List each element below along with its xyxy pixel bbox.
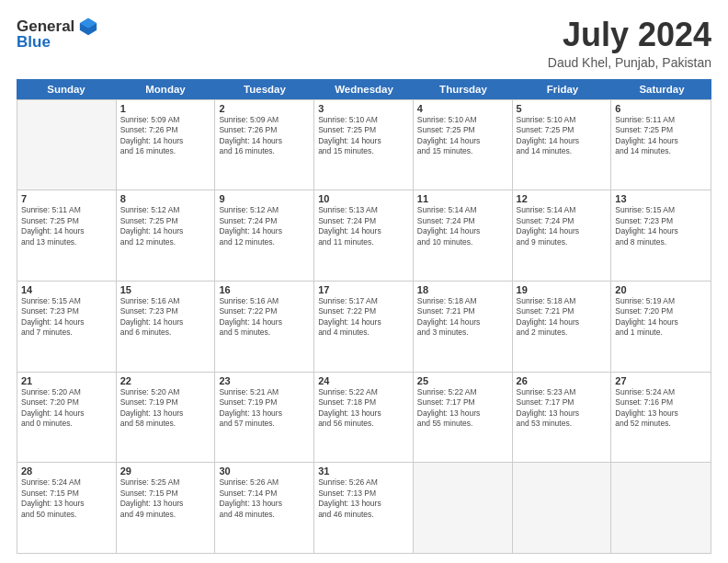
day-info: Sunrise: 5:20 AM Sunset: 7:19 PM Dayligh… [120, 387, 211, 430]
day-5: 5Sunrise: 5:10 AM Sunset: 7:25 PM Daylig… [513, 100, 612, 190]
day-number: 18 [417, 284, 508, 295]
header-day-sunday: Sunday [17, 79, 116, 99]
day-19: 19Sunrise: 5:18 AM Sunset: 7:21 PM Dayli… [513, 282, 612, 372]
day-number: 28 [21, 465, 112, 477]
header-day-saturday: Saturday [612, 79, 711, 99]
day-info: Sunrise: 5:11 AM Sunset: 7:25 PM Dayligh… [615, 115, 707, 157]
day-info: Sunrise: 5:20 AM Sunset: 7:20 PM Dayligh… [21, 387, 112, 430]
day-info: Sunrise: 5:25 AM Sunset: 7:15 PM Dayligh… [120, 477, 211, 520]
day-20: 20Sunrise: 5:19 AM Sunset: 7:20 PM Dayli… [611, 282, 711, 372]
day-3: 3Sunrise: 5:10 AM Sunset: 7:25 PM Daylig… [314, 100, 414, 190]
day-info: Sunrise: 5:15 AM Sunset: 7:23 PM Dayligh… [21, 296, 112, 339]
day-12: 12Sunrise: 5:14 AM Sunset: 7:24 PM Dayli… [513, 190, 612, 281]
header-day-thursday: Thursday [414, 79, 513, 99]
day-8: 8Sunrise: 5:12 AM Sunset: 7:25 PM Daylig… [117, 190, 216, 281]
day-18: 18Sunrise: 5:18 AM Sunset: 7:21 PM Dayli… [414, 282, 513, 372]
calendar-row-2: 7Sunrise: 5:11 AM Sunset: 7:25 PM Daylig… [17, 190, 711, 281]
day-30: 30Sunrise: 5:26 AM Sunset: 7:14 PM Dayli… [215, 463, 314, 553]
day-number: 27 [615, 375, 707, 386]
day-number: 4 [417, 103, 508, 114]
day-number: 30 [219, 465, 310, 477]
day-13: 13Sunrise: 5:15 AM Sunset: 7:23 PM Dayli… [611, 190, 711, 281]
day-number: 17 [318, 284, 409, 295]
day-number: 29 [120, 465, 211, 477]
day-17: 17Sunrise: 5:17 AM Sunset: 7:22 PM Dayli… [314, 282, 414, 372]
day-info: Sunrise: 5:23 AM Sunset: 7:17 PM Dayligh… [517, 387, 608, 430]
day-number: 23 [219, 375, 310, 386]
day-number: 14 [21, 284, 112, 295]
header-day-tuesday: Tuesday [215, 79, 314, 99]
title-block: July 2024 Daud Khel, Punjab, Pakistan [548, 17, 711, 70]
calendar-body: 1Sunrise: 5:09 AM Sunset: 7:26 PM Daylig… [17, 99, 711, 554]
day-info: Sunrise: 5:09 AM Sunset: 7:26 PM Dayligh… [120, 115, 211, 157]
location: Daud Khel, Punjab, Pakistan [548, 55, 711, 70]
day-25: 25Sunrise: 5:22 AM Sunset: 7:17 PM Dayli… [414, 373, 513, 463]
day-info: Sunrise: 5:24 AM Sunset: 7:15 PM Dayligh… [21, 477, 112, 520]
day-info: Sunrise: 5:14 AM Sunset: 7:24 PM Dayligh… [417, 205, 508, 247]
day-number: 10 [318, 193, 409, 204]
day-number: 5 [517, 103, 608, 114]
day-21: 21Sunrise: 5:20 AM Sunset: 7:20 PM Dayli… [17, 373, 117, 463]
header-day-friday: Friday [513, 79, 612, 99]
day-number: 20 [615, 284, 707, 295]
day-info: Sunrise: 5:24 AM Sunset: 7:16 PM Dayligh… [615, 387, 707, 430]
calendar-row-4: 21Sunrise: 5:20 AM Sunset: 7:20 PM Dayli… [17, 372, 711, 463]
day-info: Sunrise: 5:19 AM Sunset: 7:20 PM Dayligh… [615, 296, 707, 339]
day-22: 22Sunrise: 5:20 AM Sunset: 7:19 PM Dayli… [117, 373, 216, 463]
day-info: Sunrise: 5:10 AM Sunset: 7:25 PM Dayligh… [517, 115, 608, 157]
day-24: 24Sunrise: 5:22 AM Sunset: 7:18 PM Dayli… [314, 373, 414, 463]
header-day-wednesday: Wednesday [314, 79, 414, 99]
day-number: 13 [615, 193, 707, 204]
day-number: 12 [517, 193, 608, 204]
header: General Blue July 2024 Daud Khel, Punjab… [17, 17, 711, 70]
day-28: 28Sunrise: 5:24 AM Sunset: 7:15 PM Dayli… [17, 463, 117, 553]
day-10: 10Sunrise: 5:13 AM Sunset: 7:24 PM Dayli… [314, 190, 414, 281]
logo-blue: Blue [17, 33, 51, 52]
day-31: 31Sunrise: 5:26 AM Sunset: 7:13 PM Dayli… [314, 463, 414, 553]
header-day-monday: Monday [116, 79, 215, 99]
day-info: Sunrise: 5:22 AM Sunset: 7:18 PM Dayligh… [318, 387, 409, 430]
logo-icon [78, 17, 98, 37]
day-info: Sunrise: 5:26 AM Sunset: 7:14 PM Dayligh… [219, 477, 310, 520]
day-26: 26Sunrise: 5:23 AM Sunset: 7:17 PM Dayli… [513, 373, 612, 463]
calendar: SundayMondayTuesdayWednesdayThursdayFrid… [17, 79, 711, 554]
day-info: Sunrise: 5:10 AM Sunset: 7:25 PM Dayligh… [318, 115, 409, 157]
empty-cell [611, 463, 711, 553]
day-number: 7 [21, 193, 112, 204]
day-info: Sunrise: 5:13 AM Sunset: 7:24 PM Dayligh… [318, 205, 409, 247]
day-info: Sunrise: 5:12 AM Sunset: 7:25 PM Dayligh… [120, 205, 211, 247]
day-info: Sunrise: 5:18 AM Sunset: 7:21 PM Dayligh… [417, 296, 508, 339]
day-15: 15Sunrise: 5:16 AM Sunset: 7:23 PM Dayli… [117, 282, 216, 372]
day-info: Sunrise: 5:16 AM Sunset: 7:22 PM Dayligh… [219, 296, 310, 339]
day-number: 15 [120, 284, 211, 295]
day-info: Sunrise: 5:16 AM Sunset: 7:23 PM Dayligh… [120, 296, 211, 339]
day-number: 31 [318, 465, 409, 477]
day-11: 11Sunrise: 5:14 AM Sunset: 7:24 PM Dayli… [414, 190, 513, 281]
day-number: 25 [417, 375, 508, 386]
calendar-row-1: 1Sunrise: 5:09 AM Sunset: 7:26 PM Daylig… [17, 99, 711, 190]
day-number: 3 [318, 103, 409, 114]
empty-cell [414, 463, 513, 553]
day-info: Sunrise: 5:10 AM Sunset: 7:25 PM Dayligh… [417, 115, 508, 157]
day-info: Sunrise: 5:11 AM Sunset: 7:25 PM Dayligh… [21, 205, 112, 247]
day-number: 8 [120, 193, 211, 204]
day-9: 9Sunrise: 5:12 AM Sunset: 7:24 PM Daylig… [215, 190, 314, 281]
day-number: 1 [120, 103, 211, 114]
day-7: 7Sunrise: 5:11 AM Sunset: 7:25 PM Daylig… [17, 190, 117, 281]
day-2: 2Sunrise: 5:09 AM Sunset: 7:26 PM Daylig… [215, 100, 314, 190]
logo: General Blue [17, 17, 98, 52]
day-number: 6 [615, 103, 707, 114]
day-number: 26 [517, 375, 608, 386]
day-info: Sunrise: 5:21 AM Sunset: 7:19 PM Dayligh… [219, 387, 310, 430]
day-info: Sunrise: 5:18 AM Sunset: 7:21 PM Dayligh… [517, 296, 608, 339]
day-27: 27Sunrise: 5:24 AM Sunset: 7:16 PM Dayli… [611, 373, 711, 463]
day-14: 14Sunrise: 5:15 AM Sunset: 7:23 PM Dayli… [17, 282, 117, 372]
empty-cell [17, 100, 117, 190]
day-info: Sunrise: 5:12 AM Sunset: 7:24 PM Dayligh… [219, 205, 310, 247]
day-29: 29Sunrise: 5:25 AM Sunset: 7:15 PM Dayli… [117, 463, 216, 553]
day-number: 2 [219, 103, 310, 114]
day-number: 22 [120, 375, 211, 386]
day-4: 4Sunrise: 5:10 AM Sunset: 7:25 PM Daylig… [414, 100, 513, 190]
day-info: Sunrise: 5:15 AM Sunset: 7:23 PM Dayligh… [615, 205, 707, 247]
empty-cell [513, 463, 612, 553]
